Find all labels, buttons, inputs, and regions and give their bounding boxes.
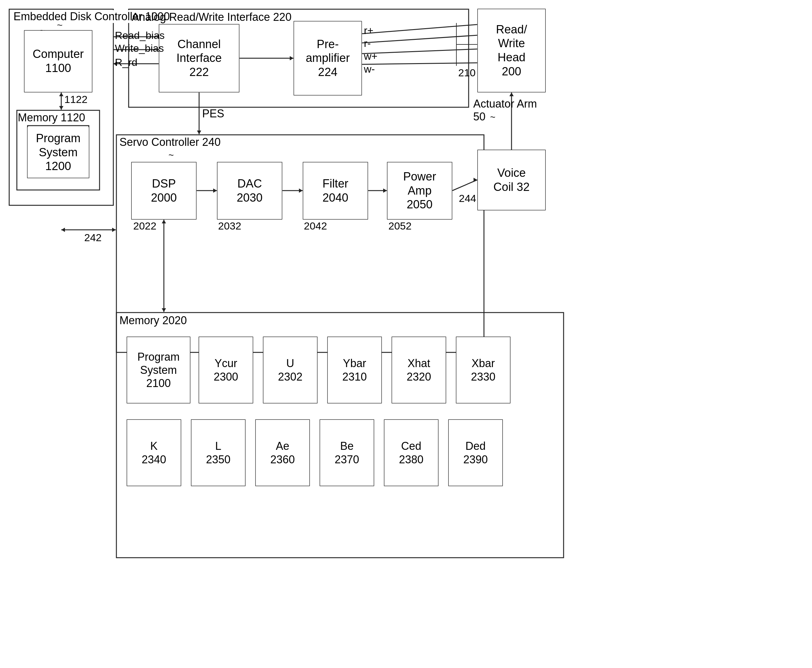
xbar-box: Xbar2330: [456, 337, 510, 403]
computer-box: Computer 1100: [25, 31, 92, 92]
memory2020-label: Memory 2020: [120, 314, 187, 327]
label-244: 244: [459, 192, 476, 204]
dsp-label: DSP2000: [151, 177, 177, 205]
ae-label: Ae2360: [270, 439, 295, 466]
xhat-box: Xhat2320: [392, 337, 446, 403]
program-system-1200-label: ProgramSystem1200: [36, 132, 80, 174]
memory1120-label: Memory 1120: [18, 111, 85, 124]
svg-line-42: [362, 63, 477, 64]
channel-interface-label: ChannelInterface222: [177, 37, 222, 79]
label-210: 210: [458, 67, 476, 79]
connection-lines: ~: [0, 0, 812, 668]
svg-marker-63: [59, 92, 63, 96]
program-system-1200-box: ProgramSystem1200: [28, 127, 89, 178]
ced-label: Ced2380: [399, 439, 423, 466]
pes-label: PES: [202, 107, 224, 120]
k-box: K2340: [127, 420, 181, 486]
svg-marker-46: [213, 189, 217, 193]
voice-coil-label: VoiceCoil 32: [494, 166, 530, 194]
servo-tilde: ~: [168, 150, 174, 160]
svg-marker-58: [162, 308, 166, 312]
actuator-arm-label: Actuator Arm50: [473, 97, 537, 123]
read-bias-label: Read_bias: [115, 29, 165, 42]
ycur-box: Ycur2300: [199, 337, 253, 403]
dac-label: DAC2030: [237, 177, 263, 205]
svg-marker-54: [509, 92, 514, 96]
r-minus-label: r-: [364, 37, 371, 49]
ae-box: Ae2360: [256, 420, 309, 486]
svg-marker-36: [290, 56, 293, 60]
ded-label: Ded2390: [463, 439, 488, 466]
svg-marker-61: [112, 228, 116, 232]
k-label: K2340: [142, 439, 166, 466]
label-1122: 1122: [64, 94, 88, 105]
xbar-label: Xbar2330: [471, 357, 495, 383]
dsp-box: DSP2000: [132, 162, 196, 219]
diagram: ~: [0, 0, 812, 668]
voice-coil-box: VoiceCoil 32: [478, 150, 545, 210]
servo-controller-label: Servo Controller 240: [120, 136, 220, 149]
svg-line-40: [362, 35, 477, 43]
label-2042: 2042: [304, 220, 327, 232]
ybar-box: Ybar2310: [328, 337, 381, 403]
program-system-2100-label: ProgramSystem2100: [137, 350, 180, 390]
r-plus-label: r+: [364, 25, 373, 37]
read-write-head-label: Read/WriteHead200: [496, 23, 527, 78]
svg-line-41: [362, 49, 477, 53]
filter-box: Filter2040: [303, 162, 368, 219]
label-242: 242: [84, 232, 102, 244]
svg-marker-60: [61, 228, 65, 232]
u-box: U2302: [263, 337, 317, 403]
computer-label: Computer 1100: [25, 47, 92, 75]
analog-rw-label: Analog Read/Write Interface 220: [132, 11, 292, 23]
l-box: L2350: [192, 420, 245, 486]
svg-marker-52: [474, 178, 477, 182]
r-rd-label: R_rd: [115, 57, 138, 68]
power-amp-label: PowerAmp2050: [403, 170, 436, 212]
ced-box: Ced2380: [384, 420, 438, 486]
filter-label: Filter2040: [323, 177, 348, 205]
actuator-tilde: ~: [490, 112, 495, 122]
svg-line-39: [362, 25, 477, 34]
xhat-label: Xhat2320: [407, 357, 431, 383]
w-plus-label: w+: [364, 50, 377, 62]
svg-marker-57: [162, 220, 166, 224]
be-label: Be2370: [335, 439, 359, 466]
svg-marker-64: [59, 106, 63, 110]
ybar-label: Ybar2310: [342, 357, 367, 383]
svg-marker-48: [299, 189, 303, 193]
power-amp-box: PowerAmp2050: [387, 162, 452, 219]
preamplifier-box: Pre-amplifier224: [294, 22, 362, 95]
l-label: L2350: [206, 439, 230, 466]
write-bias-label: Write_bias: [115, 42, 164, 54]
label-2052: 2052: [388, 220, 412, 232]
dac-box: DAC2030: [217, 162, 282, 219]
channel-interface-box: ChannelInterface222: [159, 25, 239, 92]
svg-line-51: [452, 180, 477, 190]
ycur-label: Ycur2300: [213, 357, 238, 383]
label-2022: 2022: [133, 220, 157, 232]
svg-marker-38: [197, 130, 201, 134]
label-2032: 2032: [218, 220, 241, 232]
u-label: U2302: [278, 357, 302, 383]
svg-marker-50: [383, 189, 387, 193]
ded-box: Ded2390: [449, 420, 502, 486]
program-system-2100-box: ProgramSystem2100: [127, 337, 190, 403]
w-minus-label: w-: [364, 63, 375, 75]
be-box: Be2370: [320, 420, 373, 486]
read-write-head-box: Read/WriteHead200: [478, 9, 545, 92]
preamplifier-label: Pre-amplifier224: [306, 37, 350, 79]
